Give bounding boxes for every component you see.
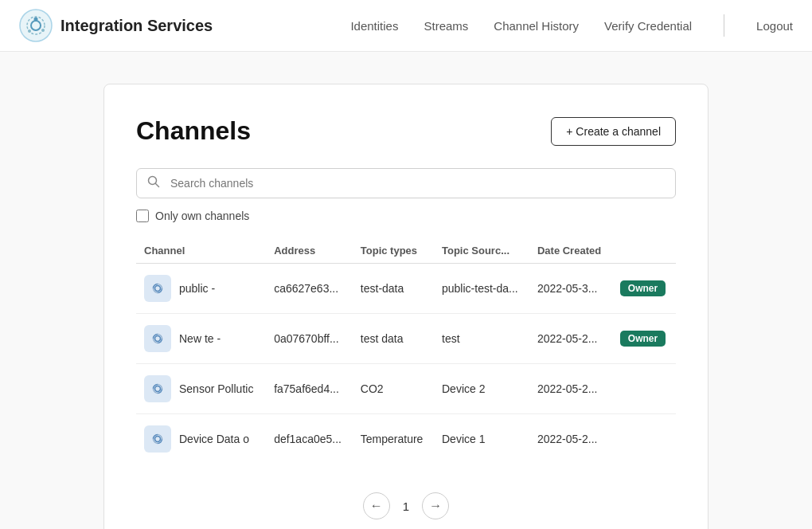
table-row: Sensor Pollutic fa75af6ed4...CO2Device 2… [136, 364, 676, 414]
page-title: Channels [136, 116, 251, 146]
cell-channel: Sensor Pollutic [136, 364, 266, 414]
table-row: New te - 0a07670bff...test datatest2022-… [136, 314, 676, 364]
cell-topic-source: Device 2 [434, 364, 529, 414]
channel-name: Device Data o [179, 433, 249, 445]
search-input[interactable] [136, 168, 676, 198]
next-page-button[interactable]: → [422, 492, 449, 519]
card-header: Channels + Create a channel [136, 116, 676, 146]
cell-address: ca6627e63... [266, 264, 353, 314]
only-own-label[interactable]: Only own channels [155, 210, 249, 222]
col-channel: Channel [136, 238, 266, 264]
prev-page-button[interactable]: ← [363, 492, 390, 519]
channels-table: Channel Address Topic types Topic Sourc.… [136, 238, 676, 464]
nav-streams[interactable]: Streams [424, 19, 468, 33]
only-own-row: Only own channels [136, 210, 676, 222]
col-topic-types: Topic types [353, 238, 434, 264]
channel-icon [144, 275, 171, 302]
cell-badge [612, 414, 676, 464]
cell-topic-source: Device 1 [434, 414, 529, 464]
svg-point-9 [155, 336, 161, 342]
cell-badge: Owner [612, 264, 676, 314]
search-icon [147, 175, 160, 191]
channel-name: public - [179, 282, 215, 295]
svg-point-10 [155, 386, 161, 392]
cell-topic-types: test data [353, 314, 434, 364]
nav-divider [724, 14, 724, 37]
svg-point-0 [20, 10, 52, 41]
channels-card: Channels + Create a channel Only own cha… [103, 84, 709, 529]
table-row: Device Data o def1aca0e5...TemperatureDe… [136, 414, 676, 464]
logo-icon [19, 9, 53, 42]
svg-line-7 [156, 184, 159, 187]
cell-address: fa75af6ed4... [266, 364, 353, 414]
cell-address: 0a07670bff... [266, 314, 353, 364]
channel-name: New te - [179, 332, 221, 345]
logo-title: Integration Services [61, 17, 213, 35]
nav-channel-history[interactable]: Channel History [494, 19, 579, 33]
cell-topic-types: Temperature [353, 414, 434, 464]
channel-icon [144, 425, 171, 453]
channel-icon [144, 325, 171, 352]
svg-point-8 [155, 286, 161, 292]
table-body: public - ca6627e63...test-datapublic-tes… [136, 264, 676, 464]
cell-date-created: 2022-05-2... [529, 414, 612, 464]
cell-badge [612, 364, 676, 414]
main-content: Channels + Create a channel Only own cha… [0, 52, 812, 529]
search-wrap [136, 168, 676, 198]
svg-point-4 [41, 29, 45, 32]
cell-address: def1aca0e5... [266, 414, 353, 464]
logo-area: Integration Services [19, 9, 213, 42]
col-badge [612, 238, 676, 264]
cell-date-created: 2022-05-3... [529, 264, 612, 314]
cell-badge: Owner [612, 314, 676, 364]
svg-point-5 [28, 29, 31, 33]
table-head: Channel Address Topic types Topic Sourc.… [136, 238, 676, 264]
current-page: 1 [403, 500, 409, 513]
col-address: Address [266, 238, 353, 264]
header: Integration Services Identities Streams … [0, 0, 812, 52]
logout-button[interactable]: Logout [756, 19, 793, 33]
cell-date-created: 2022-05-2... [529, 364, 612, 414]
svg-point-3 [34, 18, 38, 22]
only-own-checkbox[interactable] [136, 210, 149, 222]
main-nav: Identities Streams Channel History Verif… [350, 14, 793, 37]
cell-topic-source: public-test-da... [434, 264, 529, 314]
cell-date-created: 2022-05-2... [529, 314, 612, 364]
channel-icon [144, 375, 171, 402]
cell-channel: New te - [136, 314, 266, 364]
table-row: public - ca6627e63...test-datapublic-tes… [136, 264, 676, 314]
cell-topic-types: test-data [353, 264, 434, 314]
nav-verify-credential[interactable]: Verify Credential [604, 19, 692, 33]
svg-point-11 [155, 437, 161, 442]
cell-channel: Device Data o [136, 414, 266, 464]
col-topic-source: Topic Sourc... [434, 238, 529, 264]
nav-identities[interactable]: Identities [350, 19, 398, 33]
owner-badge: Owner [620, 280, 666, 296]
owner-badge: Owner [620, 331, 666, 347]
next-icon: → [429, 499, 442, 513]
cell-topic-source: test [434, 314, 529, 364]
channel-name: Sensor Pollutic [179, 382, 253, 395]
create-channel-button[interactable]: + Create a channel [551, 117, 676, 146]
table-header-row: Channel Address Topic types Topic Sourc.… [136, 238, 676, 264]
pagination: ← 1 → [136, 492, 676, 519]
col-date-created: Date Created [529, 238, 612, 264]
prev-icon: ← [370, 499, 383, 513]
cell-channel: public - [136, 264, 266, 314]
cell-topic-types: CO2 [353, 364, 434, 414]
